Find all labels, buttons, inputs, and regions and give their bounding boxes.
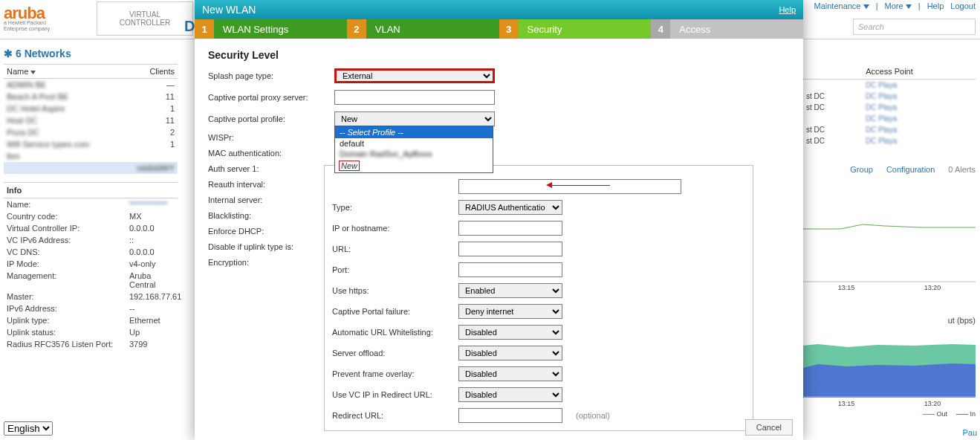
dropdown-option-default[interactable]: default [335,138,493,149]
table-row[interactable]: Beach A Pool BE11 [4,91,178,103]
svg-rect-3 [803,216,976,282]
redirect-url-label: Redirect URL: [332,411,458,420]
step-wlan-settings[interactable]: 1WLAN Settings [195,19,347,39]
chart2-title: ut (bps) [948,316,976,325]
vcip-select[interactable]: Disabled [458,387,562,402]
offload-label: Server offload: [332,349,458,358]
svg-marker-2 [30,71,36,74]
profile-inner-panel: Type:RADIUS Authenticatio IP or hostname… [324,165,753,431]
networks-icon: ✱ [4,48,13,59]
search-input[interactable]: Search [853,19,976,35]
table-row[interactable]: Wifi Service types com1 [4,138,178,150]
offload-select[interactable]: Disabled [458,346,562,360]
blacklist-label: Blacklisting: [208,211,334,220]
col-clients[interactable]: Clients [132,65,178,79]
redirect-url-input[interactable] [458,408,562,423]
cancel-button[interactable]: Cancel [745,419,793,436]
dropdown-option-new[interactable]: New [339,161,360,171]
list-item[interactable]: st DCDC Playa [803,135,976,146]
sort-down-icon [30,71,36,74]
networks-title[interactable]: 6 Networks [16,48,71,59]
config-link[interactable]: Configuration [886,165,935,174]
maintenance-link[interactable]: Maintenance [814,1,861,10]
chart-legend: Out In [803,410,976,418]
frame-select[interactable]: Disabled [458,366,562,381]
optional-text: (optional) [576,411,610,420]
brand-name: aruba [4,7,45,20]
proxy-label: Captive portal proxy server: [208,93,334,102]
security-level-title: Security Level [195,39,803,65]
list-item[interactable]: st DCDC Playa [803,91,976,102]
splash-page-type-select[interactable]: External [334,68,495,83]
splash-label: Splash page type: [208,71,334,80]
vc-box[interactable]: VIRTUALCONTROLLER [97,1,193,36]
pau-link[interactable]: Pau [962,428,977,437]
help-link[interactable]: Help [927,1,944,10]
ip-input[interactable] [458,221,562,236]
step-access[interactable]: 4Access [651,19,803,39]
ap-panel: Access Point DC Playa st DCDC Playa st D… [803,64,976,146]
vcip-label: Use VC IP in Redirect URL: [332,390,458,399]
brand-logo: aruba a Hewlett Packard Enterprise compa… [4,0,97,39]
reauth-label: Reauth interval: [208,180,334,189]
dropdown-option-2[interactable]: Domain RadSvc_Apfbxxx [335,149,493,159]
dialog-help-link[interactable]: Help [779,5,796,14]
port-input[interactable] [458,262,562,277]
table-row[interactable]: DC Hotel Aspire1 [4,103,178,114]
line-chart-icon [803,216,976,282]
table-row[interactable]: lbm [4,150,178,162]
whitelist-select[interactable]: Disabled [458,325,562,340]
https-select[interactable]: Enabled [458,283,562,298]
top-menu[interactable]: Maintenance | More | Help Logout [810,1,976,10]
step-vlan[interactable]: 2VLAN [347,19,499,39]
caret-icon [906,4,912,9]
captive-profile-select[interactable]: New [334,111,495,126]
table-row-selected[interactable]: reldiddWY [4,162,178,174]
table-row[interactable]: Poza DC2 [4,126,178,138]
more-link[interactable]: More [885,1,903,10]
wizard-steps: 1WLAN Settings 2VLAN 3Security 4Access [195,19,803,39]
dropdown-header: -- Select Profile -- [335,126,493,138]
logout-link[interactable]: Logout [950,1,976,10]
auth-server-label: Auth server 1: [208,164,334,173]
mac-auth-label: MAC authentication: [208,149,334,158]
ap-links: Group Configuration 0 Alerts [850,165,976,174]
ip-label: IP or hostname: [332,224,458,233]
url-label: URL: [332,245,458,253]
col-name[interactable]: Name [4,65,132,79]
list-item[interactable]: DC Playa [803,113,976,124]
alerts-label: 0 Alerts [948,165,976,174]
step-security[interactable]: 3Security [499,19,652,39]
group-link[interactable]: Group [850,165,873,174]
info-panel: Info Name:************ Country code:MX V… [4,182,178,350]
enforce-dhcp-label: Enforce DHCP: [208,227,334,236]
internal-server-label: Internal server: [208,195,334,204]
new-wlan-dialog: New WLAN Help 1WLAN Settings 2VLAN 3Secu… [195,0,803,440]
svg-marker-7 [803,363,976,398]
svg-marker-0 [863,4,869,9]
wispr-label: WISPr: [208,133,334,142]
letter-d: D [184,18,195,35]
chart2-ticks: 13:1513:20 [803,400,976,407]
svg-marker-1 [906,4,912,9]
language-select[interactable]: English [4,421,53,436]
chart-1 [803,216,976,282]
failure-select[interactable]: Deny internet [458,304,562,319]
profile-dropdown-popup: -- Select Profile -- default Domain RadS… [334,126,493,173]
list-item[interactable]: st DCDC Playa [803,124,976,135]
https-label: Use https: [332,286,458,295]
url-input[interactable] [458,242,562,256]
port-label: Port: [332,265,458,274]
profile-name-input[interactable] [458,179,681,194]
type-label: Type: [332,203,458,212]
captive-proxy-input[interactable] [334,90,495,105]
encryption-label: Encryption: [208,258,334,267]
list-item[interactable]: st DCDC Playa [803,102,976,113]
table-row[interactable]: Host DC11 [4,114,178,126]
list-item[interactable]: DC Playa [803,80,976,91]
chart-2 [803,331,976,398]
type-select[interactable]: RADIUS Authenticatio [458,200,562,215]
table-row[interactable]: ADMIN BE— [4,79,178,91]
caret-icon [863,4,869,9]
area-chart-icon [803,331,976,398]
